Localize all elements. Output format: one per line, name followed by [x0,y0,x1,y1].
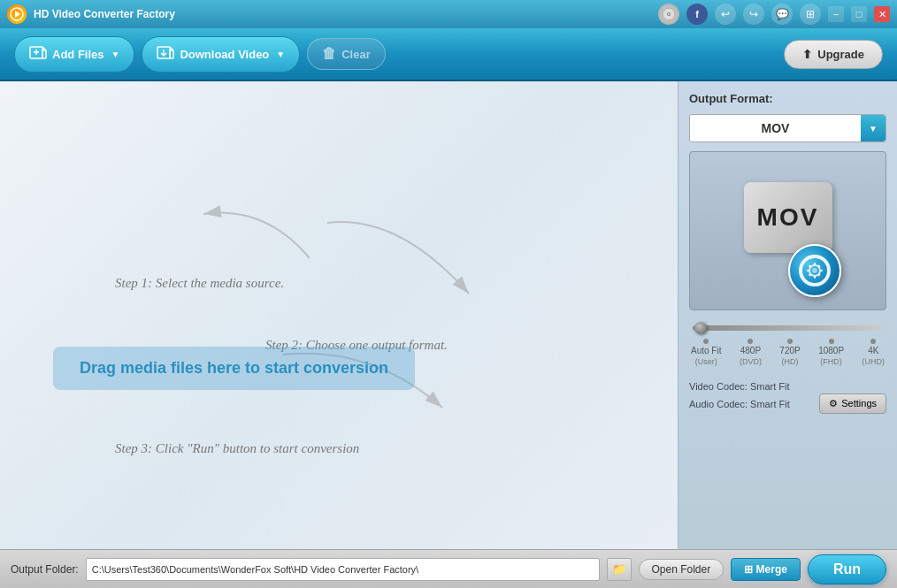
slider-track [693,325,883,331]
output-folder-label: Output Folder: [11,563,79,576]
right-panel: Output Format: MOV ▼ MOV [678,81,897,549]
svg-rect-7 [42,50,46,58]
add-files-label: Add Files [52,48,104,61]
clear-button[interactable]: 🗑 Clear [307,38,386,70]
bottom-bar: Output Folder: C:\Users\Test360\Document… [0,549,897,588]
upgrade-label: Upgrade [817,48,864,61]
res-auto: Auto Fit (User) [691,339,721,366]
mov-text: MOV [757,203,819,232]
svg-rect-22 [820,270,823,271]
close-button[interactable]: ✕ [874,6,890,22]
res-dot-4k [870,339,876,344]
output-folder-path: C:\Users\Test360\Documents\WonderFox Sof… [86,558,600,581]
svg-rect-19 [814,263,816,265]
maximize-button[interactable]: □ [851,6,867,22]
download-video-label: Download Video [180,48,269,61]
clear-label: Clear [341,48,371,61]
toolbar: Add Files ▼ Download Video ▼ 🗑 Clear ⬆ U… [0,28,897,81]
format-dropdown-text: MOV [690,121,861,135]
mov-icon: MOV [744,182,832,279]
settings-gear-icon: ⚙ [829,398,838,409]
main-area: Step 1: Select the media source. Step 2:… [0,81,897,549]
res-480p: 480P (DVD) [740,339,762,366]
clear-icon: 🗑 [322,46,336,62]
codec-info: Video Codec: Smart Fit Audio Codec: Smar… [689,378,790,414]
disc-icon[interactable] [658,4,679,25]
download-arrow: ▼ [276,50,285,59]
step3-label: Step 3: Click "Run" button to start conv… [115,441,359,456]
folder-browse-icon: 📁 [612,562,626,576]
drag-drop-area[interactable]: Drag media files here to start conversio… [53,347,415,390]
drag-drop-label: Drag media files here to start conversio… [80,359,388,377]
download-video-button[interactable]: Download Video ▼ [142,36,300,73]
res-dot-720p [787,339,793,344]
format-dropdown[interactable]: MOV ▼ [689,114,886,142]
open-folder-button[interactable]: Open Folder [639,559,724,580]
format-dropdown-arrow: ▼ [861,115,886,141]
title-bar: HD Video Converter Factory f ↩ ↪ 💬 ⊞ − □… [0,0,897,28]
download-video-icon [157,44,174,65]
folder-browse-button[interactable]: 📁 [607,558,632,581]
slider-thumb[interactable] [694,322,707,334]
title-bar-icons: f ↩ ↪ 💬 ⊞ − □ ✕ [658,4,890,25]
upgrade-button[interactable]: ⬆ Upgrade [784,40,883,69]
svg-marker-1 [15,11,20,18]
output-path-text: C:\Users\Test360\Documents\WonderFox Sof… [92,564,418,575]
svg-rect-13 [170,50,173,58]
run-label: Run [833,561,861,577]
svg-rect-21 [807,270,809,271]
res-dot-auto [703,339,709,344]
run-button[interactable]: Run [808,554,886,584]
quicktime-icon [788,244,841,297]
settings-button[interactable]: ⚙ Settings [819,393,886,414]
res-4k: 4K (UHD) [862,339,886,366]
app-title: HD Video Converter Factory [34,8,658,20]
redo-icon[interactable]: ↪ [743,4,764,25]
res-1080p: 1080P (FHD) [818,339,844,366]
output-format-label: Output Format: [689,92,886,105]
step1-label: Step 1: Select the media source. [115,276,284,291]
app-logo [7,4,27,24]
resolution-section: Auto Fit (User) 480P (DVD) 720P (HD) 108… [689,319,886,370]
mov-icon-bg: MOV [744,182,832,253]
content-area[interactable]: Step 1: Select the media source. Step 2:… [0,81,678,549]
audio-codec-label: Audio Codec: Smart Fit [689,396,790,414]
video-codec-label: Video Codec: Smart Fit [689,378,790,396]
svg-point-4 [668,13,670,15]
res-dot-480p [748,339,753,344]
add-files-icon [29,44,47,65]
grid-icon[interactable]: ⊞ [800,4,821,25]
res-720p: 720P (HD) [779,339,800,366]
minimize-button[interactable]: − [828,6,844,22]
undo-icon[interactable]: ↩ [715,4,736,25]
format-preview: MOV [689,151,886,310]
merge-button[interactable]: ⊞ Merge [731,558,801,581]
quicktime-gear [799,255,831,286]
settings-label: Settings [841,398,877,409]
open-folder-label: Open Folder [652,563,711,576]
add-files-button[interactable]: Add Files ▼ [14,36,134,73]
res-dot-1080p [829,339,834,344]
upgrade-icon: ⬆ [802,48,812,61]
svg-rect-20 [814,276,816,279]
resolution-labels: Auto Fit (User) 480P (DVD) 720P (HD) 108… [689,339,886,366]
chat-icon[interactable]: 💬 [771,4,793,25]
add-files-arrow: ▼ [111,50,120,59]
facebook-icon[interactable]: f [686,4,708,25]
dropdown-chevron-icon: ▼ [869,124,878,134]
merge-label: ⊞ Merge [744,563,787,576]
svg-point-18 [812,268,817,273]
settings-row: Video Codec: Smart Fit Audio Codec: Smar… [689,378,886,414]
resolution-slider[interactable] [693,323,883,333]
